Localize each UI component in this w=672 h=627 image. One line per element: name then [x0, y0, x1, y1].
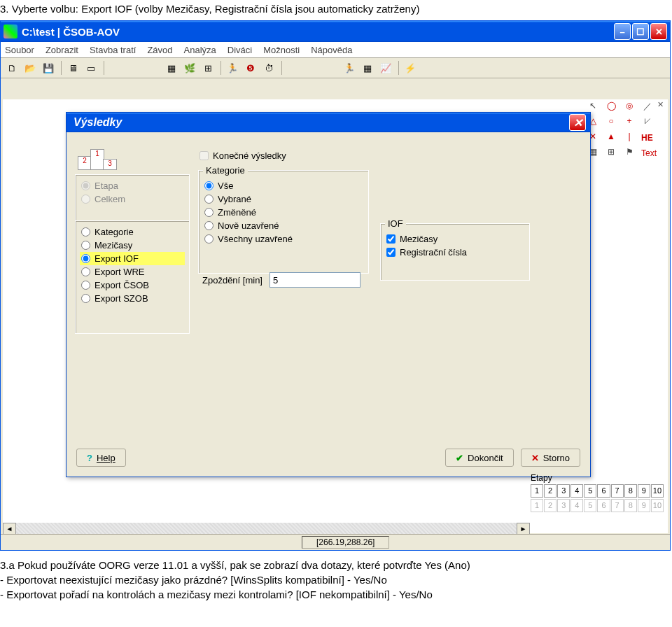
radio-export-szob[interactable]: Export SZOB	[80, 292, 185, 305]
kategorie-group: Kategorie Vše Vybrané Změněné Nově uzavř…	[198, 170, 369, 274]
poly-tool-icon[interactable]: ⩗	[641, 116, 654, 129]
radio-vse[interactable]: Vše	[203, 179, 364, 192]
radio-etapa: Etapa	[80, 179, 185, 192]
dokoncit-button[interactable]: ✔Dokončit	[445, 449, 514, 467]
window-title: C:\test | ČSOB-AOV	[22, 26, 614, 38]
triangle2-icon[interactable]: ▲	[605, 132, 617, 144]
save-icon[interactable]: 💾	[40, 59, 57, 76]
horizontal-scrollbar[interactable]: ◄ ►	[3, 523, 530, 535]
zpozdeni-label: Zpoždění [min]	[202, 275, 262, 286]
menu-napoveda[interactable]: Nápověda	[311, 45, 352, 55]
target-icon[interactable]: ◎	[623, 101, 636, 113]
dialog-titlebar: Výsledky ✕	[66, 113, 590, 132]
etapy-row-disabled: 12345678910	[531, 499, 664, 512]
grid3-icon[interactable]: ⊞	[605, 147, 617, 160]
instruction-top: 3. Vyberte volbu: Export IOF (volby Mezi…	[0, 3, 672, 15]
radio-nove-uzavrene[interactable]: Nově uzavřené	[203, 219, 364, 232]
menu-zobrazit[interactable]: Zobrazit	[46, 45, 78, 55]
scope-group: Etapa Celkem	[75, 174, 190, 223]
app-window: C:\test | ČSOB-AOV – ☐ ✕ Soubor Zobrazit…	[0, 20, 671, 551]
menu-analyza[interactable]: Analýza	[184, 45, 216, 55]
etapy-panel: Etapy 12345678910 12345678910	[531, 473, 664, 512]
new-icon[interactable]: 🗋	[4, 59, 20, 76]
zpozdeni-row: Zpoždění [min]	[202, 272, 360, 288]
screen-icon[interactable]: 🖥	[64, 59, 81, 76]
toolbar-2	[1, 78, 670, 80]
runner2-icon[interactable]: 🏃	[341, 59, 358, 76]
bar-icon[interactable]: |	[623, 132, 636, 144]
menu-soubor[interactable]: Soubor	[5, 45, 34, 55]
radio-zmenene[interactable]: Změněné	[203, 206, 364, 219]
right-tool-panel: ↖◯◎／ △○+⩗ ✕▲|HE ▦⊞⚑Text	[584, 99, 668, 161]
clock-icon[interactable]: ⏱	[260, 59, 277, 76]
runner-icon[interactable]: 🏃	[224, 59, 241, 76]
table-icon[interactable]: ⊞	[200, 59, 216, 76]
menubar: Soubor Zobrazit Stavba tratí Závod Analý…	[1, 42, 670, 58]
konecne-vysledky-checkbox[interactable]: Konečné výsledky	[198, 149, 286, 162]
radio-export-iof[interactable]: Export IOF	[80, 252, 185, 265]
plus-icon[interactable]: +	[623, 116, 636, 129]
zpozdeni-input[interactable]	[270, 272, 360, 288]
radio-vybrane[interactable]: Vybrané	[203, 192, 364, 206]
open-icon[interactable]: 📂	[22, 59, 38, 76]
radio-export-wre[interactable]: Export WRE	[80, 265, 185, 279]
socket-icon[interactable]: ⚡	[402, 59, 419, 76]
podium-icon: 213	[78, 139, 115, 170]
help-button[interactable]: ?Help	[76, 449, 126, 467]
menu-stavba-trati[interactable]: Stavba tratí	[90, 45, 136, 55]
vysledky-dialog: Výsledky ✕ 213 Konečné výsledky Etapa Ce…	[66, 112, 591, 477]
grid-icon[interactable]: ▦	[163, 59, 180, 76]
line-tool-icon[interactable]: ／	[641, 101, 654, 113]
menu-divaci[interactable]: Diváci	[227, 45, 252, 55]
toolbar-1: 🗋 📂 💾 🖥 ▭ ▦ 🌿 ⊞ 🏃 ❺ ⏱ 🏃 ▦ 📈 ⚡	[1, 58, 670, 78]
output-group: Kategorie Mezičasy Export IOF Export WRE…	[75, 220, 190, 334]
numbers-icon[interactable]: ❺	[242, 59, 259, 76]
menu-moznosti[interactable]: Možnosti	[263, 45, 300, 55]
instruction-bottom: 3.a Pokud používáte OORG verze 11.01 a v…	[0, 558, 672, 602]
blank-icon[interactable]: ▭	[83, 59, 99, 76]
radio-mezicasy[interactable]: Mezičasy	[80, 239, 185, 252]
check-mezicasy[interactable]: Mezičasy	[385, 232, 525, 246]
statusbar: [266.19,288.26]	[1, 534, 670, 550]
he-label: HE	[641, 133, 653, 143]
dialog-title: Výsledky	[74, 116, 122, 129]
etapy-label: Etapy	[531, 473, 664, 483]
app-icon	[4, 24, 18, 38]
storno-button[interactable]: ✕Storno	[521, 449, 580, 467]
menu-zavod[interactable]: Závod	[147, 45, 172, 55]
radio-export-csob[interactable]: Export ČSOB	[80, 279, 185, 292]
check-reg-cisla[interactable]: Registrační čísla	[385, 246, 525, 259]
circle2-icon[interactable]: ○	[605, 116, 617, 129]
iof-group: IOF Mezičasy Registrační čísla	[380, 223, 530, 281]
circle-outline-icon[interactable]: ◯	[605, 101, 617, 113]
titlebar: C:\test | ČSOB-AOV – ☐ ✕	[1, 21, 670, 42]
status-coords: [266.19,288.26]	[302, 536, 389, 549]
minimize-button[interactable]: –	[614, 23, 631, 40]
etapy-row-active[interactable]: 12345678910	[531, 484, 664, 498]
radio-kategorie[interactable]: Kategorie	[80, 225, 185, 239]
flag-icon[interactable]: ⚑	[623, 147, 636, 160]
dialog-close-button[interactable]: ✕	[569, 114, 586, 131]
radio-vsechny-uzavrene[interactable]: Všechny uzavřené	[203, 232, 364, 246]
kategorie-legend: Kategorie	[203, 165, 248, 176]
text-tool-label[interactable]: Text	[641, 148, 657, 158]
maximize-button[interactable]: ☐	[632, 23, 649, 40]
iof-legend: IOF	[385, 218, 406, 229]
grid2-icon[interactable]: ▦	[359, 59, 376, 76]
tree-icon[interactable]: 🌿	[181, 59, 198, 76]
workspace: ✕ ↖◯◎／ △○+⩗ ✕▲|HE ▦⊞⚑Text vodníků p. % K…	[3, 99, 668, 533]
chart-icon[interactable]: 📈	[377, 59, 394, 76]
win-close-button[interactable]: ✕	[650, 23, 667, 40]
radio-celkem: Celkem	[80, 192, 185, 206]
